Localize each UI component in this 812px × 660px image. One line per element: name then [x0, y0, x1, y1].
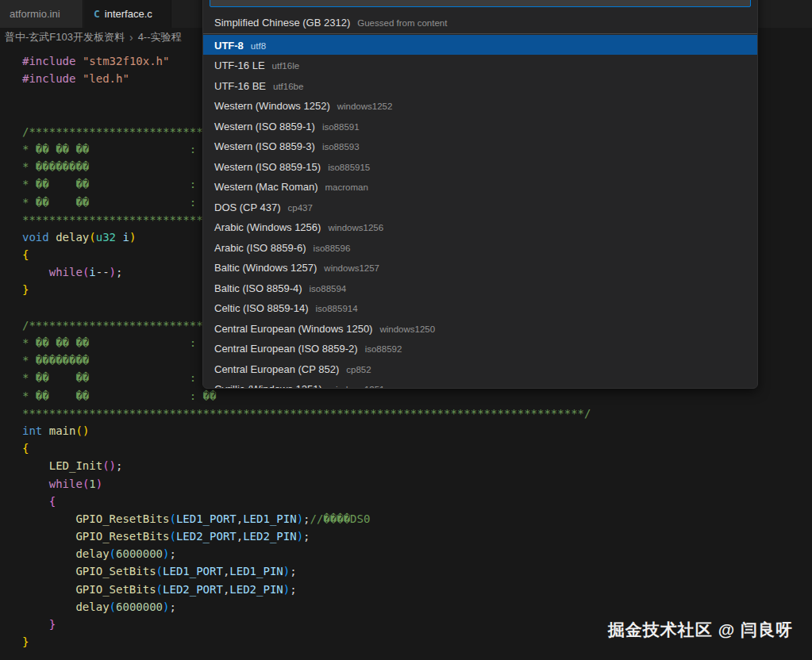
quick-pick-item[interactable]: Western (Windows 1252)windows1252 — [203, 95, 757, 116]
code-token: } — [22, 635, 29, 648]
quick-pick-item[interactable]: Cyrillic (Windows 1251)windows1251 — [203, 378, 757, 389]
quick-pick-item[interactable]: UTF-8utf8 — [203, 35, 757, 56]
code-token: ; — [116, 459, 122, 472]
quick-pick-item-description: Guessed from content — [357, 18, 447, 28]
code-token: , — [237, 530, 243, 543]
quick-pick-item[interactable]: Central European (CP 852)cp852 — [203, 359, 757, 379]
code-token: ( — [169, 512, 175, 525]
code-token: , — [237, 512, 243, 525]
tab-interface-c[interactable]: C interface.c — [84, 0, 171, 28]
code-token: LED_Init — [49, 459, 102, 472]
quick-pick-item[interactable]: Western (ISO 8859-1)iso88591 — [203, 116, 757, 136]
quick-pick-item-label: Central European (Windows 1250) — [214, 323, 372, 335]
breadcrumb-item-folder[interactable]: 普中-玄武F103开发板资料 — [5, 30, 125, 44]
code-token: GPIO_SetBits — [75, 565, 156, 578]
code-line: } — [22, 616, 591, 633]
quick-pick-item-description: utf8 — [251, 41, 266, 51]
code-token: "led.h" — [83, 72, 129, 85]
code-token: 6000000 — [116, 547, 163, 560]
quick-pick-item[interactable]: DOS (CP 437)cp437 — [203, 197, 757, 217]
code-token: int — [22, 424, 42, 437]
code-token — [22, 547, 75, 560]
code-token: ) — [83, 424, 89, 437]
quick-pick-item[interactable]: Western (ISO 8859-15)iso885915 — [203, 156, 757, 177]
quick-pick-item-description: macroman — [325, 182, 368, 192]
code-token: ) — [110, 266, 116, 278]
code-token: ) — [283, 583, 290, 596]
quick-pick-list: Simplified Chinese (GB 2312)Guessed from… — [203, 12, 757, 389]
code-token: LED1_PORT — [163, 565, 223, 578]
code-token: ( — [110, 547, 116, 560]
code-token — [22, 266, 49, 278]
code-token: LED2_PIN — [229, 583, 283, 596]
code-token — [75, 55, 82, 67]
quick-pick-item[interactable]: Western (Mac Roman)macroman — [203, 176, 757, 197]
code-line: delay(6000000); — [22, 598, 591, 616]
c-file-icon: C — [94, 8, 100, 20]
code-token: #include — [22, 55, 75, 67]
code-token: void — [22, 231, 49, 244]
code-token: ( — [156, 565, 163, 578]
code-token: ( — [102, 459, 109, 472]
quick-pick-item-description: iso88596 — [314, 244, 351, 253]
quick-pick-item-description: iso88591 — [322, 122, 360, 132]
code-token — [22, 478, 49, 490]
tab-platformio-ini[interactable]: atformio.ini — [0, 0, 83, 28]
quick-pick-item-label: UTF-16 LE — [214, 59, 265, 71]
separator — [203, 33, 757, 34]
code-token: * �������� — [22, 160, 89, 173]
code-token: LED2_PORT — [176, 530, 237, 543]
tab-label: atformio.ini — [10, 8, 60, 20]
quick-pick-item[interactable]: UTF-16 LEutf16le — [203, 55, 757, 75]
code-token — [22, 459, 49, 472]
code-token: delay — [75, 601, 109, 613]
code-token: i — [122, 231, 129, 244]
quick-pick-input[interactable] — [210, 0, 751, 7]
quick-pick-item-description: utf16be — [273, 82, 303, 91]
code-line: { — [22, 439, 591, 457]
quick-pick-item[interactable]: Arabic (ISO 8859-6)iso88596 — [203, 237, 757, 258]
quick-pick-item-description: windows1256 — [328, 223, 383, 232]
quick-pick-item[interactable]: Central European (Windows 1250)windows12… — [203, 318, 757, 339]
code-token — [22, 565, 75, 578]
quick-pick-item-label: Western (ISO 8859-3) — [214, 140, 315, 152]
code-token: u32 — [96, 231, 116, 244]
code-token: ( — [169, 530, 175, 543]
code-token: * �� �� : �� — [22, 389, 216, 402]
code-token: * �� �� �� : — [22, 143, 203, 155]
code-token: ( — [89, 231, 95, 244]
code-line: * �� �� : �� — [22, 387, 591, 405]
quick-pick-item-label: Celtic (ISO 8859-14) — [214, 302, 309, 314]
quick-pick-item[interactable]: Baltic (ISO 8859-4)iso88594 — [203, 278, 757, 298]
quick-pick-item[interactable]: Central European (ISO 8859-2)iso88592 — [203, 338, 757, 359]
code-token — [22, 583, 75, 596]
quick-pick-item[interactable]: Celtic (ISO 8859-14)iso885914 — [203, 297, 757, 318]
breadcrumb-item-subfolder[interactable]: 4--实验程 — [138, 30, 182, 44]
quick-pick-item-label: Central European (CP 852) — [214, 363, 339, 375]
quick-pick-item[interactable]: Baltic (Windows 1257)windows1257 — [203, 257, 757, 278]
quick-pick-item[interactable]: Western (ISO 8859-3)iso88593 — [203, 136, 757, 156]
code-line: ****************************************… — [22, 405, 591, 422]
encoding-quick-pick: Simplified Chinese (GB 2312)Guessed from… — [202, 0, 758, 389]
code-token: LED2_PIN — [243, 530, 296, 543]
code-token — [75, 72, 82, 85]
quick-pick-item[interactable]: Simplified Chinese (GB 2312)Guessed from… — [203, 12, 757, 33]
code-token — [22, 512, 75, 525]
code-token: ( — [110, 601, 116, 613]
quick-pick-item[interactable]: Arabic (Windows 1256)windows1256 — [203, 217, 757, 237]
quick-pick-item-label: UTF-8 — [214, 40, 244, 52]
quick-pick-item-label: Baltic (Windows 1257) — [214, 262, 317, 274]
code-token: ; — [169, 601, 175, 613]
code-token — [22, 601, 75, 613]
code-token: } — [49, 618, 56, 631]
quick-pick-item[interactable]: UTF-16 BEutf16be — [203, 75, 757, 96]
code-token: ) — [297, 512, 303, 525]
code-line: GPIO_SetBits(LED2_PORT,LED2_PIN); — [22, 581, 591, 598]
code-token: 1 — [89, 478, 95, 490]
code-token: //����DS0 — [310, 512, 371, 525]
quick-pick-item-label: Western (Mac Roman) — [214, 181, 318, 193]
quick-pick-item-label: Cyrillic (Windows 1251) — [214, 383, 322, 389]
code-token: ( — [75, 424, 82, 437]
quick-pick-item-description: cp852 — [346, 365, 371, 374]
quick-pick-item-description: windows1250 — [379, 324, 435, 334]
